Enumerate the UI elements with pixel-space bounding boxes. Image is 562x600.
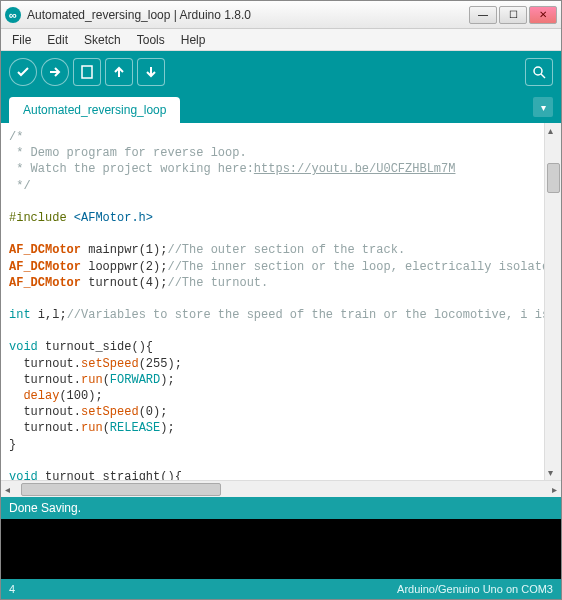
save-button[interactable]	[137, 58, 165, 86]
code-text: AF_DCMotor	[9, 260, 81, 274]
code-text: * Demo program for reverse loop.	[9, 146, 247, 160]
app-window: Automated_reversing_loop | Arduino 1.8.0…	[0, 0, 562, 600]
toolbar	[1, 51, 561, 93]
code-text: mainpwr(1);	[81, 243, 167, 257]
menu-file[interactable]: File	[5, 31, 38, 49]
code-text: turnout_side(){	[38, 340, 153, 354]
code-text: void	[9, 340, 38, 354]
code-text	[9, 389, 23, 403]
code-text: RELEASE	[110, 421, 160, 435]
status-bar: Done Saving.	[1, 497, 561, 519]
editor-area: /* * Demo program for reverse loop. * Wa…	[1, 123, 561, 480]
vertical-scrollbar[interactable]	[544, 123, 561, 480]
menu-tools[interactable]: Tools	[130, 31, 172, 49]
code-text: AF_DCMotor	[9, 243, 81, 257]
cursor-line: 4	[9, 583, 15, 595]
code-text: turnout.	[9, 405, 81, 419]
code-text: }	[9, 438, 16, 452]
arrow-right-icon	[47, 64, 63, 80]
code-text: setSpeed	[81, 405, 139, 419]
new-button[interactable]	[73, 58, 101, 86]
arrow-down-icon	[143, 64, 159, 80]
code-text: //Variables to store the speed of the tr…	[67, 308, 544, 322]
footer-bar: 4 Arduino/Genuino Uno on COM3	[1, 579, 561, 599]
scrollbar-thumb[interactable]	[21, 483, 221, 496]
upload-button[interactable]	[41, 58, 69, 86]
arrow-up-icon	[111, 64, 127, 80]
check-icon	[15, 64, 31, 80]
verify-button[interactable]	[9, 58, 37, 86]
code-text: delay	[23, 389, 59, 403]
code-editor[interactable]: /* * Demo program for reverse loop. * Wa…	[1, 123, 544, 480]
svg-point-1	[534, 67, 542, 75]
menu-edit[interactable]: Edit	[40, 31, 75, 49]
code-text: int	[9, 308, 31, 322]
code-text: FORWARD	[110, 373, 160, 387]
close-button[interactable]: ✕	[529, 6, 557, 24]
menu-sketch[interactable]: Sketch	[77, 31, 128, 49]
horizontal-scrollbar[interactable]	[1, 480, 561, 497]
code-text: run	[81, 373, 103, 387]
arduino-logo-icon	[5, 7, 21, 23]
scrollbar-thumb[interactable]	[547, 163, 560, 193]
window-controls: — ☐ ✕	[469, 6, 557, 24]
svg-rect-0	[82, 66, 92, 78]
menubar: File Edit Sketch Tools Help	[1, 29, 561, 51]
maximize-button[interactable]: ☐	[499, 6, 527, 24]
code-text: */	[9, 179, 31, 193]
code-text: turnout(4);	[81, 276, 167, 290]
tabstrip: Automated_reversing_loop	[1, 93, 561, 123]
code-text: turnout.	[9, 357, 81, 371]
code-text: run	[81, 421, 103, 435]
magnifier-icon	[531, 64, 547, 80]
tab-sketch[interactable]: Automated_reversing_loop	[9, 97, 180, 123]
code-text: /*	[9, 130, 23, 144]
open-button[interactable]	[105, 58, 133, 86]
code-text: turnout.	[9, 373, 81, 387]
code-text: (255);	[139, 357, 182, 371]
file-icon	[79, 64, 95, 80]
code-text: );	[160, 373, 174, 387]
console-output[interactable]	[1, 519, 561, 579]
code-text: looppwr(2);	[81, 260, 167, 274]
code-text: turnout_straight(){	[38, 470, 182, 480]
status-text: Done Saving.	[9, 501, 81, 515]
code-text: i,l;	[31, 308, 67, 322]
code-text: turnout.	[9, 421, 81, 435]
code-text: //The outer section of the track.	[167, 243, 405, 257]
code-text: <AFMotor.h>	[67, 211, 153, 225]
code-text: (	[103, 421, 110, 435]
code-text: #include	[9, 211, 67, 225]
code-text: //The inner section or the loop, electri…	[167, 260, 544, 274]
code-link: https://youtu.be/U0CFZHBLm7M	[254, 162, 456, 176]
serial-monitor-button[interactable]	[525, 58, 553, 86]
minimize-button[interactable]: —	[469, 6, 497, 24]
titlebar[interactable]: Automated_reversing_loop | Arduino 1.8.0…	[1, 1, 561, 29]
code-text: * Watch the project working here:	[9, 162, 254, 176]
window-title: Automated_reversing_loop | Arduino 1.8.0	[27, 8, 469, 22]
code-text: (0);	[139, 405, 168, 419]
board-info: Arduino/Genuino Uno on COM3	[397, 583, 553, 595]
tab-menu-button[interactable]	[533, 97, 553, 117]
menu-help[interactable]: Help	[174, 31, 213, 49]
code-text: );	[160, 421, 174, 435]
code-text: (	[103, 373, 110, 387]
code-text: void	[9, 470, 38, 480]
code-text: (100);	[59, 389, 102, 403]
code-text: setSpeed	[81, 357, 139, 371]
code-text: AF_DCMotor	[9, 276, 81, 290]
code-text: //The turnout.	[167, 276, 268, 290]
